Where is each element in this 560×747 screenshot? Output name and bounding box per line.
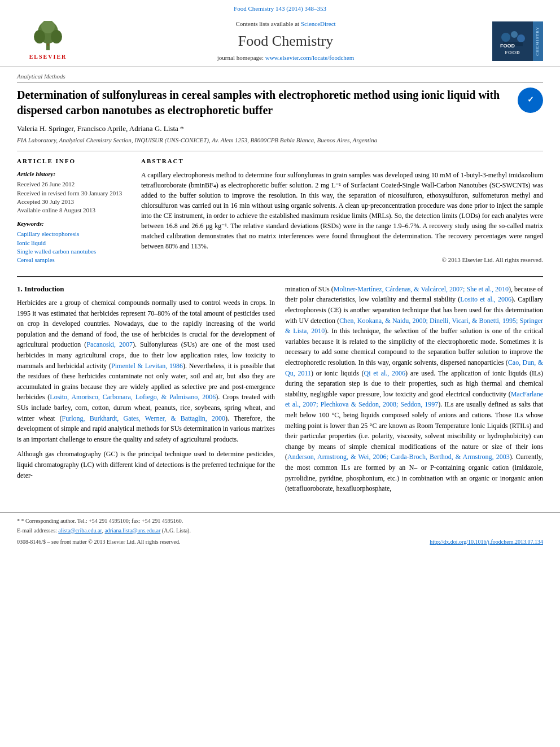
abstract-column: ABSTRACT A capillary electrophoresis met… [141, 157, 543, 269]
abstract-text: A capillary electrophoresis method to de… [141, 170, 543, 251]
ref-furlong[interactable]: Furlong, Burkhardt, Gates, Werner, & Bat… [62, 414, 225, 422]
section-title-text: Introduction [24, 285, 64, 293]
homepage-label: journal homepage: [217, 54, 264, 61]
corresponding-author-text: * Corresponding author. Tel.: +54 291 45… [21, 518, 183, 524]
crossmark-badge: ✓ [518, 88, 543, 113]
authors-text: Valeria H. Springer, Francisco Aprile, A… [17, 124, 184, 133]
ref-chen[interactable]: Chen, Kookana, & Naidu, 2000; Dinelli, V… [285, 317, 543, 335]
available-online: Available online 8 August 2013 [17, 206, 130, 215]
ref-losito2[interactable]: Losito et al., 2006 [460, 295, 511, 303]
journal-homepage-line: journal homepage: www.elsevier.com/locat… [79, 54, 492, 62]
citation-line: Food Chemistry 143 (2014) 348–353 [17, 5, 543, 13]
food-logo-main: FOOD FOOD [492, 21, 533, 61]
email-link-2[interactable]: adriana.lista@uns.edu.ar [104, 527, 160, 534]
abstract-header: ABSTRACT [141, 157, 543, 165]
keyword-2[interactable]: Ionic liquid [17, 239, 130, 247]
email-label: E-mail addresses: [17, 527, 57, 534]
ref-pimentel[interactable]: Pimentel & Levitan, 1986 [111, 362, 183, 370]
keyword-1[interactable]: Capillary electrophoresis [17, 230, 130, 238]
intro-paragraph-2: Although gas chromatography (GC) is the … [17, 449, 275, 480]
footer-bottom: 0308-8146/$ – see front matter © 2013 El… [17, 538, 543, 546]
accepted: Accepted 30 July 2013 [17, 198, 130, 206]
article-title-text: Determination of sulfonylureas in cereal… [17, 89, 500, 116]
body-left-col: 1. Introduction Herbicides are a group o… [17, 284, 275, 499]
svg-point-5 [47, 43, 49, 46]
svg-text:FOOD: FOOD [500, 43, 515, 49]
elsevier-logo: ELSEVIER [17, 21, 79, 61]
svg-point-8 [511, 31, 518, 38]
journal-banner: ELSEVIER Contents lists available at Sci… [17, 16, 543, 65]
elsevier-tree-icon [28, 21, 68, 52]
footer: * * Corresponding author. Tel.: +54 291 … [0, 512, 560, 551]
article-title: Determination of sulfonylureas in cereal… [17, 88, 543, 118]
history-label: Article history: [17, 170, 130, 178]
citation-text: Food Chemistry 143 (2014) 348–353 [234, 5, 326, 12]
elsevier-brand-text: ELSEVIER [29, 53, 67, 61]
received1: Received 26 June 2012 [17, 180, 130, 189]
ref-moliner[interactable]: Moliner-Martínez, Cárdenas, & Valcárcel,… [334, 285, 509, 293]
contents-label: Contents lists available at [235, 20, 299, 27]
affiliation: FIA Laboratory, Analytical Chemistry Sec… [17, 136, 543, 145]
ref-qi[interactable]: Qi et al., 2006 [364, 369, 406, 377]
food-chemistry-logo: FOOD FOOD CHEMISTRY [492, 21, 543, 61]
ref-losito[interactable]: Losito, Amorisco, Carbonara, Lofiego, & … [50, 393, 216, 401]
journal-header: Food Chemistry 143 (2014) 348–353 ELSEVI… [0, 0, 560, 67]
authors-line: Valeria H. Springer, Francisco Aprile, A… [17, 124, 543, 134]
ref-cao[interactable]: Cao, Dun, & Qu, 2011 [285, 359, 543, 377]
sciencedirect-link[interactable]: ScienceDirect [301, 20, 336, 27]
page: Food Chemistry 143 (2014) 348–353 ELSEVI… [0, 0, 560, 551]
ref-anderson[interactable]: Anderson, Armstrong, & Wei, 2006; Carda-… [287, 453, 510, 461]
svg-point-9 [517, 34, 525, 42]
doi-link-container: http://dx.doi.org/10.1016/j.foodchem.201… [430, 538, 543, 546]
intro-paragraph-1: Herbicides are a group of chemical compo… [17, 298, 275, 444]
journal-center: Contents lists available at ScienceDirec… [79, 20, 492, 62]
article-history-section: Article history: Received 26 June 2012 R… [17, 170, 130, 215]
food-logo-chemistry-text: CHEMISTRY [533, 21, 543, 61]
body-divider [17, 276, 543, 277]
right-paragraph-1: mination of SUs (Moliner-Martínez, Cárde… [285, 284, 543, 494]
ref-pacanoski[interactable]: Pacanoski, 2007 [86, 340, 133, 348]
keywords-section: Keywords: Capillary electrophoresis Ioni… [17, 220, 130, 265]
body-right-col: mination of SUs (Moliner-Martínez, Cárde… [285, 284, 543, 499]
food-logo-image: FOOD [497, 26, 528, 49]
article-info-header: ARTICLE INFO [17, 157, 130, 165]
food-logo-food-text: FOOD [505, 50, 520, 56]
email-footnote: E-mail addresses: alista@criba.edu.ar, a… [17, 527, 543, 535]
keyword-3[interactable]: Single walled carbon nanotubes [17, 247, 130, 256]
corresponding-author-footnote: * * Corresponding author. Tel.: +54 291 … [17, 517, 543, 525]
article-content: Analytical Methods Determination of sulf… [0, 67, 560, 510]
svg-point-7 [501, 33, 510, 42]
body-two-col: 1. Introduction Herbicides are a group o… [17, 284, 543, 499]
doi-link[interactable]: http://dx.doi.org/10.1016/j.foodchem.201… [430, 539, 543, 545]
footnote-symbol: * [17, 518, 21, 524]
article-info-column: ARTICLE INFO Article history: Received 2… [17, 157, 130, 269]
copyright-line: © 2013 Elsevier Ltd. All rights reserved… [141, 256, 543, 264]
keyword-4[interactable]: Cereal samples [17, 256, 130, 264]
info-abstract-section: ARTICLE INFO Article history: Received 2… [17, 151, 543, 269]
section-number: 1. [17, 285, 23, 293]
section-label: Analytical Methods [17, 72, 543, 83]
email-link[interactable]: alista@criba.edu.ar [58, 527, 102, 534]
svg-point-2 [34, 30, 45, 43]
introduction-title: 1. Introduction [17, 284, 275, 294]
sciencedirect-line: Contents lists available at ScienceDirec… [79, 20, 492, 28]
ref-macfarlane[interactable]: MacFarlane et al., 2007; Plechkova & Sed… [285, 390, 543, 409]
keywords-label: Keywords: [17, 220, 130, 228]
svg-point-3 [51, 30, 62, 43]
journal-homepage-link[interactable]: www.elsevier.com/locate/foodchem [265, 54, 355, 61]
journal-title-banner: Food Chemistry [79, 31, 492, 51]
received2: Received in revised form 30 January 2013 [17, 189, 130, 198]
issn-text: 0308-8146/$ – see front matter © 2013 El… [17, 538, 180, 546]
crossmark-icon: ✓ [527, 95, 534, 106]
keywords-list: Capillary electrophoresis Ionic liquid S… [17, 230, 130, 265]
